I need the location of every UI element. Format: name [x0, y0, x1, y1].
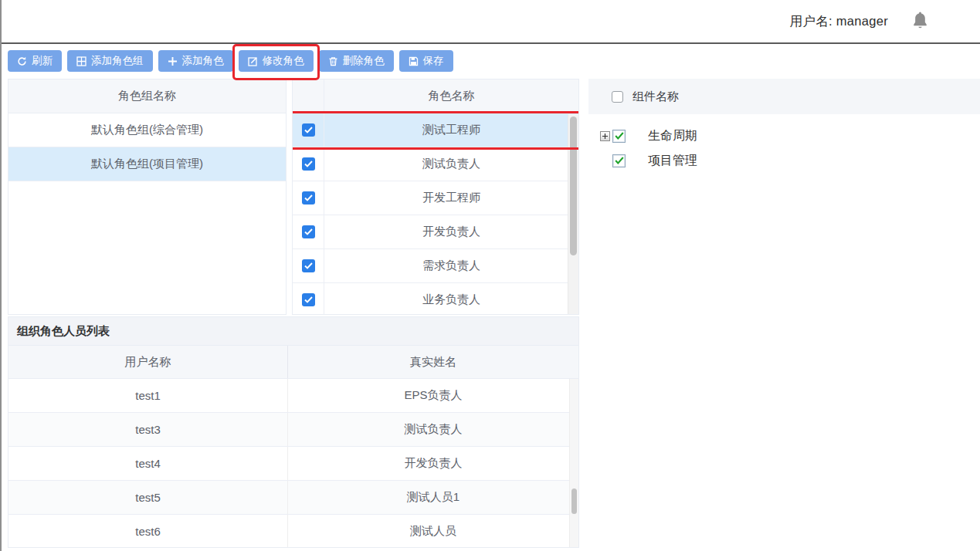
role-checkbox-checked[interactable] — [302, 123, 315, 137]
role-row[interactable]: 开发工程师 — [293, 181, 578, 215]
save-button[interactable]: 保存 — [399, 50, 453, 72]
role-group-name: 默认角色组(项目管理) — [91, 157, 203, 171]
role-checkbox-checked[interactable] — [302, 259, 315, 272]
member-username: test3 — [8, 413, 288, 446]
role-groups-panel: 角色组名称 默认角色组(综合管理) 默认角色组(项目管理) — [8, 79, 287, 315]
org-members-table: 用户名称 真实姓名 test1 EPS负责人 test3 测试负责人 test4… — [8, 345, 579, 548]
role-name: 开发负责人 — [324, 215, 578, 248]
tree-item-label: 生命周期 — [648, 128, 697, 144]
components-header-row: 组件名称 — [588, 79, 980, 114]
components-header-checkbox-unchecked[interactable] — [612, 91, 623, 103]
save-icon — [409, 56, 419, 66]
bell-icon[interactable] — [911, 11, 929, 32]
save-button-label: 保存 — [423, 54, 444, 68]
role-row[interactable]: 需求负责人 — [293, 249, 578, 283]
role-groups-header: 角色组名称 — [8, 79, 286, 113]
role-checkbox-checked[interactable] — [302, 293, 315, 306]
components-tree: 生命周期 项目管理 — [588, 114, 980, 173]
modify-role-button-label: 修改角色 — [263, 54, 304, 68]
member-row[interactable]: test6 测试人员 — [8, 515, 578, 548]
member-realname: EPS负责人 — [288, 379, 578, 412]
add-role-icon — [168, 56, 178, 66]
topbar: 用户名: manager — [2, 0, 980, 44]
role-row[interactable]: 开发负责人 — [293, 215, 578, 249]
roles-scrollbar-thumb[interactable] — [570, 117, 577, 255]
username-label: 用户名: manager — [790, 13, 888, 30]
member-realname: 开发负责人 — [288, 447, 578, 480]
role-row[interactable]: 业务负责人 — [293, 283, 578, 315]
refresh-button-label: 刷新 — [32, 54, 53, 68]
edit-role-icon — [248, 56, 258, 66]
role-checkbox-checked[interactable] — [302, 157, 315, 171]
roles-panel: 角色名称 测试工程师 测试负责人 开发工程师 开发负责人 需求负责人 业务负责人 — [292, 79, 579, 315]
member-row[interactable]: test4 开发负责人 — [8, 447, 578, 481]
role-name: 业务负责人 — [324, 283, 578, 315]
roles-header: 角色名称 — [324, 79, 578, 113]
member-username: test6 — [8, 515, 288, 548]
toolbar: 刷新 添加角色组 添加角色 修改角色 — [2, 46, 980, 79]
role-name: 测试工程师 — [324, 113, 578, 147]
tree-item[interactable]: 生命周期 — [588, 123, 980, 148]
roles-scrollbar[interactable] — [568, 114, 578, 314]
delete-role-icon — [328, 56, 338, 66]
member-realname: 测试负责人 — [288, 413, 578, 446]
components-header: 组件名称 — [632, 90, 679, 104]
role-row-selected[interactable]: 测试工程师 — [293, 113, 578, 147]
tree-item-label: 项目管理 — [648, 153, 697, 169]
username-column-header: 用户名称 — [8, 346, 288, 378]
member-realname: 测试人员 — [288, 515, 578, 548]
add-role-button[interactable]: 添加角色 — [158, 50, 233, 72]
role-row[interactable]: 测试负责人 — [293, 147, 578, 181]
components-panel: 组件名称 生命周期 项目管理 — [588, 79, 980, 551]
member-row[interactable]: test1 EPS负责人 — [8, 379, 578, 413]
window-left-border — [0, 0, 2, 551]
role-checkbox-checked[interactable] — [302, 191, 315, 205]
tree-item[interactable]: 项目管理 — [588, 148, 980, 173]
member-username: test1 — [8, 379, 288, 412]
refresh-icon — [17, 56, 27, 66]
role-name: 测试负责人 — [324, 147, 578, 181]
delete-role-button[interactable]: 删除角色 — [319, 50, 394, 72]
tree-checkbox-checked[interactable] — [612, 130, 626, 143]
app-window: 用户名: manager 刷新 添加角色组 添加角 — [0, 0, 980, 551]
members-scrollbar-thumb[interactable] — [571, 488, 577, 514]
realname-column-header: 真实姓名 — [288, 346, 578, 378]
role-name: 开发工程师 — [324, 181, 578, 215]
role-group-row-selected[interactable]: 默认角色组(项目管理) — [8, 147, 286, 181]
modify-role-button[interactable]: 修改角色 — [239, 50, 314, 72]
member-row[interactable]: test3 测试负责人 — [8, 413, 578, 447]
add-role-button-label: 添加角色 — [182, 54, 224, 68]
member-username: test5 — [8, 481, 288, 514]
member-username: test4 — [8, 447, 288, 480]
roles-header-checkbox-cell — [293, 79, 324, 113]
role-group-name: 默认角色组(综合管理) — [91, 123, 203, 137]
member-row[interactable]: test5 测试人员1 — [8, 481, 578, 515]
tree-checkbox-checked[interactable] — [612, 154, 626, 167]
role-checkbox-checked[interactable] — [302, 225, 315, 238]
roles-header-row: 角色名称 — [293, 79, 578, 113]
member-realname: 测试人员1 — [288, 481, 578, 514]
delete-role-button-label: 删除角色 — [343, 54, 385, 68]
org-members-header-row: 用户名称 真实姓名 — [8, 346, 578, 379]
members-scrollbar[interactable] — [569, 379, 578, 547]
add-role-group-icon — [76, 56, 86, 66]
role-group-row[interactable]: 默认角色组(综合管理) — [8, 113, 286, 147]
add-role-group-button-label: 添加角色组 — [91, 54, 144, 68]
tree-expand-icon[interactable] — [600, 131, 610, 141]
refresh-button[interactable]: 刷新 — [8, 50, 62, 72]
role-name: 需求负责人 — [324, 249, 578, 282]
org-members-title: 组织角色人员列表 — [8, 316, 579, 345]
add-role-group-button[interactable]: 添加角色组 — [67, 50, 153, 72]
